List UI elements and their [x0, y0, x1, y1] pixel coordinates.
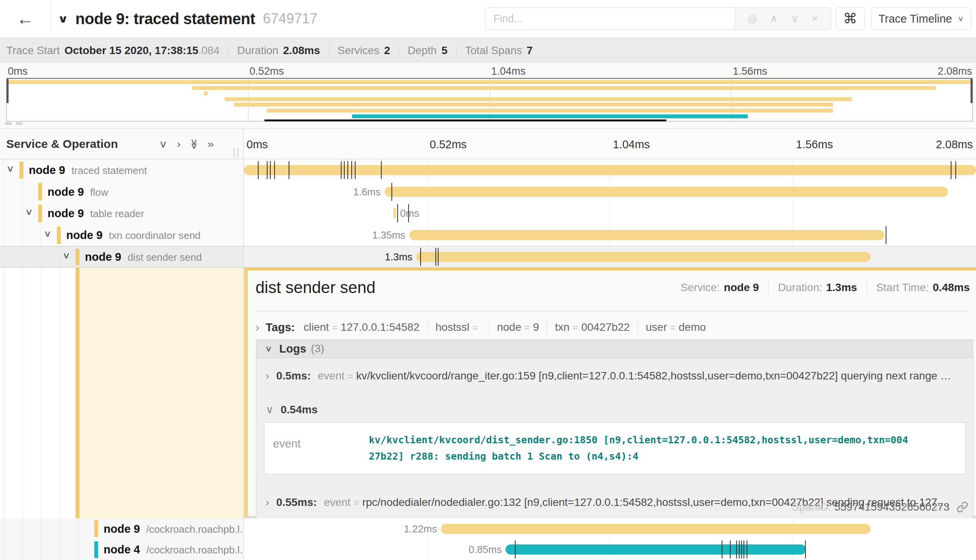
span-log-marker[interactable] — [951, 161, 951, 179]
span-duration-bar[interactable] — [441, 524, 870, 534]
span-timeline-cell[interactable] — [244, 159, 976, 181]
span-expander-chevron-icon[interactable]: ∨ — [25, 207, 33, 217]
span-duration-bar[interactable] — [409, 230, 884, 240]
span-name-cell[interactable]: ∨node 9table reader — [0, 203, 243, 225]
span-log-marker[interactable] — [747, 541, 747, 558]
span-log-marker[interactable] — [955, 161, 956, 179]
equals-sign: = — [354, 497, 359, 508]
locate-icon[interactable]: ◎ — [748, 13, 757, 24]
minimap-handle-nub[interactable] — [5, 122, 12, 125]
minimap-canvas[interactable] — [6, 78, 973, 121]
span-timeline-cell[interactable]: 1.3ms — [244, 246, 976, 268]
trace-view-select[interactable]: Trace Timeline ∨ — [871, 7, 971, 30]
span-log-marker[interactable] — [515, 541, 516, 558]
trace-stat-label: Total Spans — [465, 44, 522, 57]
span-log-marker[interactable] — [381, 161, 382, 179]
copy-link-icon[interactable] — [957, 501, 968, 513]
span-log-marker[interactable] — [438, 248, 439, 266]
back-button[interactable]: ← — [0, 0, 51, 37]
span-row[interactable]: ∨node 9table reader0ms — [0, 203, 976, 225]
selected-span-highlight-column — [79, 268, 243, 518]
span-timeline-cell[interactable]: 0ms — [244, 203, 976, 225]
span-log-marker[interactable] — [805, 541, 806, 558]
span-name-cell[interactable]: ∨node 9traced statement — [0, 159, 243, 181]
span-log-marker[interactable] — [408, 204, 409, 222]
page-title: node 9: traced statement — [76, 10, 255, 28]
span-name-cell[interactable]: node 9/cockroach.roachpb.l… — [0, 518, 243, 539]
separator — [228, 45, 229, 56]
logs-header[interactable]: ∨ Logs (3) — [256, 340, 973, 358]
span-row[interactable]: node 9flow1.6ms — [0, 181, 976, 203]
timeline-grid-header: Service & Operation ∨›∨∨» || 0ms0.52ms1.… — [0, 128, 976, 159]
tags-row[interactable]: ›Tags:client=127.0.0.1:54582hostssl=node… — [255, 318, 706, 337]
span-log-marker[interactable] — [270, 161, 271, 179]
span-log-marker[interactable] — [397, 204, 398, 222]
span-expander-chevron-icon[interactable]: ∨ — [6, 163, 14, 174]
span-timeline-cell[interactable]: 1.35ms — [244, 224, 976, 246]
span-log-marker[interactable] — [391, 183, 392, 201]
span-name-cell[interactable]: node 4/cockroach.roachpb.l… — [0, 539, 243, 560]
find-input[interactable] — [485, 7, 735, 30]
span-row[interactable]: ∨node 9traced statement — [0, 159, 976, 181]
span-timeline-cell[interactable]: 1.6ms — [244, 181, 976, 203]
span-row[interactable]: ∨node 9txn coordinator send1.35ms — [0, 224, 976, 246]
span-log-marker[interactable] — [258, 161, 259, 179]
span-duration-bar[interactable] — [244, 165, 976, 175]
equals-sign: = — [524, 322, 530, 333]
span-log-marker[interactable] — [741, 541, 742, 558]
span-log-marker[interactable] — [730, 541, 731, 558]
span-row[interactable]: node 4/cockroach.roachpb.l…0.85ms — [0, 539, 976, 560]
span-log-marker[interactable] — [267, 161, 268, 179]
span-row[interactable]: node 9/cockroach.roachpb.l…1.22ms — [0, 518, 976, 539]
chevron-down-icon[interactable]: ∨ — [791, 13, 799, 24]
span-expander-chevron-icon[interactable]: ∨ — [62, 250, 70, 260]
span-duration-bar[interactable] — [393, 208, 396, 218]
span-duration-bar[interactable] — [416, 252, 870, 262]
chevron-up-icon[interactable]: ∧ — [770, 13, 778, 24]
log-field-value: kv/kvclient/kvcoord/range_iter.go:159 [n… — [356, 370, 951, 382]
log-entry-row-expanded[interactable]: ∨0.54ms — [256, 393, 973, 422]
expand-one-icon[interactable]: › — [177, 139, 181, 149]
column-resizer-grip[interactable]: || — [233, 146, 241, 158]
log-field-key: event — [318, 370, 345, 382]
span-log-marker[interactable] — [743, 541, 744, 558]
span-log-marker[interactable] — [886, 226, 886, 244]
span-duration-bar[interactable] — [385, 187, 948, 197]
span-log-marker[interactable] — [274, 161, 275, 179]
collapse-one-icon[interactable]: ∨ — [159, 139, 167, 149]
span-name-cell[interactable]: node 9flow — [0, 181, 243, 203]
span-log-marker[interactable] — [344, 161, 345, 179]
span-name-cell[interactable]: ∨node 9txn coordinator send — [0, 224, 243, 246]
clear-icon[interactable]: × — [812, 13, 818, 24]
span-log-marker[interactable] — [347, 161, 348, 179]
span-detail-header[interactable]: dist sender send Service:node 9Duration:… — [255, 277, 970, 302]
keyboard-shortcuts-button[interactable]: ⌘ — [836, 7, 865, 30]
span-log-marker[interactable] — [435, 248, 436, 266]
span-row[interactable]: ∨node 9dist sender send1.3ms — [0, 246, 976, 268]
span-name-cell[interactable]: ∨node 9dist sender send — [0, 246, 243, 268]
span-log-marker[interactable] — [351, 161, 352, 179]
span-log-marker[interactable] — [739, 541, 740, 558]
span-duration-bar[interactable] — [506, 544, 805, 555]
span-timeline-cell[interactable]: 1.22ms — [244, 518, 976, 539]
span-log-marker[interactable] — [355, 161, 356, 179]
minimap-scrub-line[interactable] — [264, 119, 666, 121]
collapse-trace-chevron-icon[interactable]: ∨ — [58, 12, 69, 25]
tree-guide-line — [4, 246, 4, 267]
collapse-all-icon[interactable]: ∨∨ — [190, 140, 198, 147]
chevron-right-icon: › — [255, 321, 259, 334]
minimap-drag-handle-left[interactable] — [7, 79, 9, 103]
minimap-handle-nub[interactable] — [16, 122, 23, 125]
column-divider[interactable] — [243, 268, 244, 518]
span-log-marker[interactable] — [289, 161, 289, 179]
span-log-marker[interactable] — [736, 541, 737, 558]
tree-guide-line — [60, 539, 60, 560]
minimap-drag-handle-right[interactable] — [971, 79, 972, 103]
span-expander-chevron-icon[interactable]: ∨ — [44, 228, 52, 239]
expand-all-icon[interactable]: » — [207, 139, 214, 149]
span-log-marker[interactable] — [341, 161, 342, 179]
span-log-marker[interactable] — [420, 248, 421, 266]
span-timeline-cell[interactable]: 0.85ms — [244, 539, 976, 560]
span-log-marker[interactable] — [722, 541, 722, 558]
log-entry-row[interactable]: ›0.5ms:event=kv/kvclient/kvcoord/range_i… — [256, 358, 973, 393]
